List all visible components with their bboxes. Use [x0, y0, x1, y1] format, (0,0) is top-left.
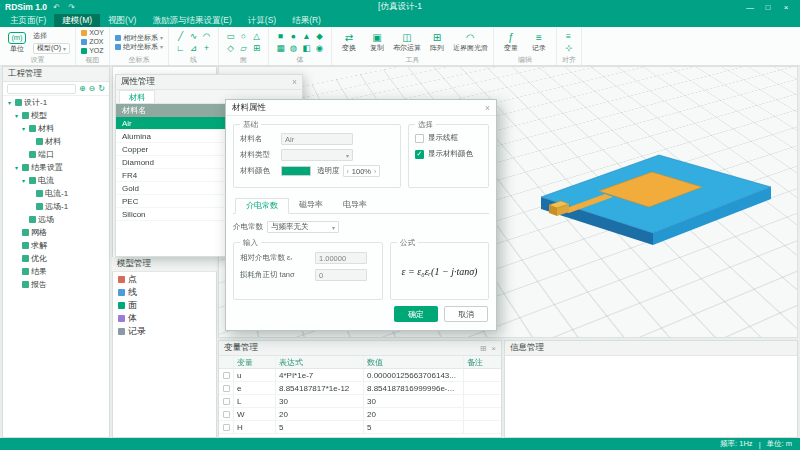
point-icon[interactable]: + — [200, 42, 213, 54]
maximize-button[interactable]: □ — [759, 0, 777, 14]
column-header-checkbox[interactable] — [219, 356, 234, 368]
close-icon[interactable]: × — [491, 344, 496, 353]
collapse-all-icon[interactable]: ⊖ — [89, 84, 96, 93]
torus-icon[interactable]: ◍ — [287, 42, 300, 54]
var-expression[interactable]: 4*PI*1e-7 — [276, 369, 364, 381]
column-header-备注[interactable]: 备注 — [464, 356, 501, 368]
plane-grid-icon[interactable]: ⊞ — [250, 42, 263, 54]
wedge-icon[interactable]: ◧ — [300, 42, 313, 54]
tree-item-远场[interactable]: 远场 — [3, 213, 109, 226]
model-item-记录[interactable]: 记录 — [113, 325, 216, 338]
view-xoy-button[interactable]: XOY — [81, 29, 104, 37]
redo-icon[interactable]: ↷ — [66, 3, 77, 12]
tree-item-模型[interactable]: ▾模型 — [3, 109, 109, 122]
corner-line-icon[interactable]: ∟ — [174, 42, 187, 54]
tree-item-网格[interactable]: 网格 — [3, 226, 109, 239]
column-header-数值[interactable]: 数值 — [364, 356, 464, 368]
checkbox-icon[interactable] — [223, 385, 230, 392]
cylinder-icon[interactable]: ◉ — [313, 42, 326, 54]
rhombus-icon[interactable]: ◇ — [224, 42, 237, 54]
smooth-button[interactable]: ◠近界面光滑 — [453, 32, 488, 52]
close-button[interactable]: × — [777, 0, 795, 14]
checkbox-icon[interactable] — [223, 398, 230, 405]
expander-icon[interactable]: ▾ — [20, 177, 27, 184]
column-header-表达式[interactable]: 表达式 — [276, 356, 364, 368]
absolute-coordinate-button[interactable]: 绝对坐标系▾ — [115, 43, 163, 51]
checkbox-row-显示材料颜色[interactable]: ✓显示材料颜色 — [415, 149, 482, 159]
close-icon[interactable]: × — [485, 103, 490, 113]
model-item-线[interactable]: 线 — [113, 286, 216, 299]
checkbox-icon[interactable]: ✓ — [415, 150, 424, 159]
spline-icon[interactable]: ∿ — [187, 30, 200, 42]
tree-item-材料[interactable]: ▾材料 — [3, 122, 109, 135]
menu-tab-激励源与结果设置(E)[interactable]: 激励源与结果设置(E) — [144, 14, 239, 27]
close-icon[interactable]: × — [292, 77, 297, 87]
tree-item-电流-1[interactable]: 电流-1 — [3, 187, 109, 200]
input-field[interactable]: 0 — [315, 269, 367, 281]
menu-tab-计算(S)[interactable]: 计算(S) — [240, 14, 284, 27]
minimize-button[interactable]: — — [741, 0, 759, 14]
expander-icon[interactable]: ▾ — [13, 164, 20, 171]
menu-tab-结果(R)[interactable]: 结果(R) — [284, 14, 329, 27]
frequency-dependence-dropdown[interactable]: 与频率无关 ▾ — [267, 221, 339, 233]
pin-icon[interactable]: ⊞ — [480, 344, 487, 353]
parallelogram-icon[interactable]: ▱ — [237, 42, 250, 54]
dialog-tab-介电常数[interactable]: 介电常数 — [235, 198, 289, 214]
antenna-model[interactable] — [541, 135, 776, 255]
grid-solid-icon[interactable]: ▦ — [274, 42, 287, 54]
expander-icon[interactable]: ▾ — [20, 125, 27, 132]
cancel-button[interactable]: 取消 — [444, 306, 488, 322]
line-icon[interactable]: ╱ — [174, 30, 187, 42]
tree-item-电流[interactable]: ▾电流 — [3, 174, 109, 187]
arc-icon[interactable]: ◠ — [200, 30, 213, 42]
dialog-tab-磁导率[interactable]: 磁导率 — [289, 198, 333, 213]
tree-item-结果设置[interactable]: ▾结果设置 — [3, 161, 109, 174]
sphere-icon[interactable]: ● — [287, 30, 300, 42]
triangle-icon[interactable]: △ — [250, 30, 263, 42]
column-header-变量[interactable]: 变量 — [234, 356, 276, 368]
checkbox-icon[interactable] — [223, 424, 230, 431]
tree-filter-dropdown[interactable] — [7, 84, 76, 94]
cone-icon[interactable]: ▲ — [300, 30, 313, 42]
expander-icon[interactable]: ▾ — [13, 112, 20, 119]
material-color-swatch[interactable] — [281, 166, 311, 176]
spinner-up-icon[interactable]: › — [374, 168, 376, 175]
select-mode-dropdown[interactable]: 模型(O) ▾ — [33, 43, 70, 54]
view-yoz-button[interactable]: YOZ — [81, 47, 104, 55]
spinner-down-icon[interactable]: ‹ — [347, 168, 349, 175]
box-icon[interactable]: ■ — [274, 30, 287, 42]
record-button[interactable]: ≡记录 — [527, 32, 551, 52]
ok-button[interactable]: 确定 — [394, 306, 438, 322]
menu-tab-主页面(F)[interactable]: 主页面(F) — [2, 14, 54, 27]
tree-item-设计-1[interactable]: ▾设计-1 — [3, 96, 109, 109]
model-item-体[interactable]: 体 — [113, 312, 216, 325]
tree-item-优化[interactable]: 优化 — [3, 252, 109, 265]
tree-item-结果[interactable]: 结果 — [3, 265, 109, 278]
tree-item-材料[interactable]: 材料 — [3, 135, 109, 148]
boolean-button[interactable]: ◫布尔运算 — [393, 32, 421, 52]
checkbox-icon[interactable] — [223, 372, 230, 379]
menu-tab-建模(M)[interactable]: 建模(M) — [54, 14, 100, 27]
material-name-field[interactable]: Air — [281, 133, 353, 145]
var-expression[interactable]: 30 — [276, 395, 364, 407]
expander-icon[interactable]: ▾ — [6, 99, 13, 106]
align-icon[interactable]: ≡ — [562, 30, 575, 42]
checkbox-icon[interactable] — [223, 411, 230, 418]
transform-button[interactable]: ⇄变换 — [337, 32, 361, 52]
var-expression[interactable]: 8.854187817*1e-12 — [276, 382, 364, 394]
var-expression[interactable]: 20 — [276, 408, 364, 420]
view-zox-button[interactable]: ZOX — [81, 38, 104, 46]
tree-item-报告[interactable]: 报告 — [3, 278, 109, 291]
checkbox-icon[interactable] — [415, 134, 424, 143]
dialog-tab-电导率[interactable]: 电导率 — [333, 198, 377, 213]
distribute-icon[interactable]: ⊹ — [562, 42, 575, 54]
material-type-dropdown[interactable]: ▾ — [281, 149, 353, 161]
checkbox-row-显示线框[interactable]: 显示线框 — [415, 133, 482, 143]
tab-material[interactable]: 材料 — [119, 90, 155, 103]
opacity-spinner[interactable]: ‹ 100% › — [343, 165, 381, 177]
input-field[interactable]: 1.00000 — [315, 252, 367, 264]
model-item-面[interactable]: 面 — [113, 299, 216, 312]
tree-item-端口[interactable]: 端口 — [3, 148, 109, 161]
rectangle-icon[interactable]: ▭ — [224, 30, 237, 42]
unit-button[interactable]: (m) 单位 — [5, 32, 29, 53]
